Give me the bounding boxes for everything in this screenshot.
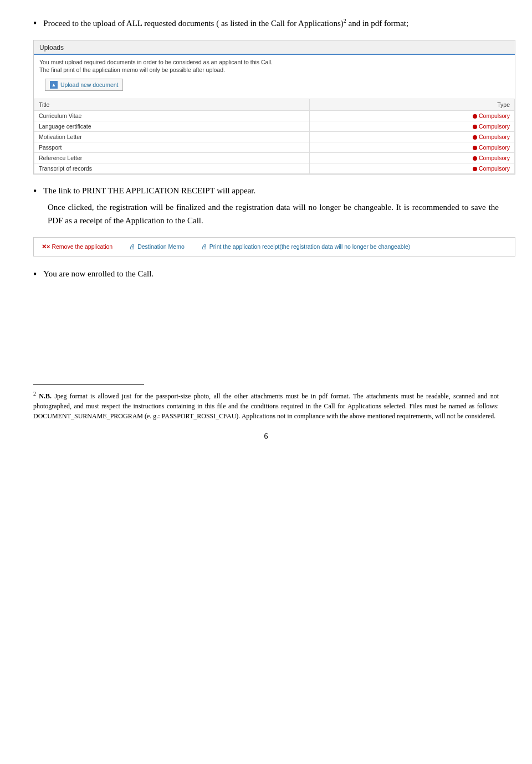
table-row: Transcript of recordsCompulsory <box>34 163 515 173</box>
destination-memo-link[interactable]: 🖨 Destination Memo <box>129 243 185 250</box>
footnote-nb-label: N.B. <box>39 392 52 400</box>
table-cell-title: Curriculum Vitae <box>34 110 310 121</box>
table-cell-type: Compulsory <box>310 152 515 163</box>
table-cell-title: Motivation Letter <box>34 131 310 142</box>
table-cell-title: Language certificate <box>34 121 310 131</box>
upload-icon: ▲ <box>50 81 58 89</box>
table-row: Language certificateCompulsory <box>34 121 515 131</box>
remove-application-link[interactable]: ✕× Remove the application <box>42 243 112 250</box>
table-header-type: Type <box>310 99 515 110</box>
bullet-dot-3: • <box>33 269 37 280</box>
bullet-item-1: • Proceed to the upload of ALL requested… <box>33 17 499 30</box>
compulsory-dot-icon <box>473 156 477 161</box>
table-header-title: Title <box>34 99 310 110</box>
footer-divider <box>33 384 144 385</box>
table-cell-type: Compulsory <box>310 110 515 121</box>
table-row: Curriculum VitaeCompulsory <box>34 110 515 121</box>
bullet-text-1: Proceed to the upload of ALL requested d… <box>43 17 408 30</box>
action-links-container: ✕× Remove the application 🖨 Destination … <box>42 243 507 250</box>
table-cell-title: Reference Letter <box>34 152 310 163</box>
footnote-number: 2 <box>33 391 36 397</box>
enrolled-text: You are now enrolled to the Call. <box>43 268 154 280</box>
paragraph-once-clicked: Once clicked, the registration will be f… <box>48 201 499 227</box>
footnote-text: 2 N.B. Jpeg format is allowed just for t… <box>33 389 499 421</box>
uploads-table: Title Type Curriculum VitaeCompulsoryLan… <box>34 99 515 174</box>
remove-icon: ✕× <box>42 243 50 250</box>
paragraph-print-text: The link to PRINT THE APPLICATION RECEIP… <box>43 184 255 197</box>
uploads-subtext: You must upload required documents in or… <box>34 55 515 76</box>
enrolled-bullet: • You are now enrolled to the Call. <box>33 268 499 280</box>
actions-screenshot: ✕× Remove the application 🖨 Destination … <box>33 237 515 257</box>
table-cell-type: Compulsory <box>310 131 515 142</box>
table-cell-title: Transcript of records <box>34 163 310 173</box>
bullet-dot-1: • <box>33 18 37 29</box>
print-receipt-link[interactable]: 🖨 Print the application receipt(the regi… <box>201 243 410 250</box>
footnote-section: 2 N.B. Jpeg format is allowed just for t… <box>33 380 499 421</box>
compulsory-dot-icon <box>473 135 477 140</box>
table-cell-title: Passport <box>34 142 310 152</box>
compulsory-dot-icon <box>473 146 477 150</box>
compulsory-dot-icon <box>473 125 477 129</box>
memo-icon: 🖨 <box>129 243 135 250</box>
table-row: PassportCompulsory <box>34 142 515 152</box>
compulsory-dot-icon <box>473 114 477 119</box>
table-cell-type: Compulsory <box>310 163 515 173</box>
compulsory-dot-icon <box>473 167 477 171</box>
table-row: Motivation LetterCompulsory <box>34 131 515 142</box>
bullet-dot-2: • <box>33 186 37 197</box>
print-icon: 🖨 <box>201 243 207 250</box>
uploads-screenshot: Uploads You must upload required documen… <box>33 40 515 175</box>
table-cell-type: Compulsory <box>310 121 515 131</box>
uploads-header: Uploads <box>34 40 515 55</box>
upload-new-document-button[interactable]: ▲ Upload new document <box>45 79 123 91</box>
paragraph-print-section: • The link to PRINT THE APPLICATION RECE… <box>33 184 499 197</box>
table-cell-type: Compulsory <box>310 142 515 152</box>
table-row: Reference LetterCompulsory <box>34 152 515 163</box>
page-number: 6 <box>33 432 499 441</box>
